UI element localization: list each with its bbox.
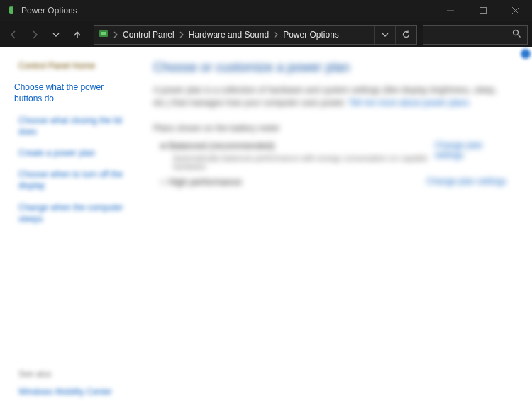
plan-highperf-change-link[interactable]: Change plan settings xyxy=(426,176,506,186)
sidebar-closing-lid[interactable]: Choose what closing the lid does xyxy=(18,115,128,137)
plan-balanced-radio[interactable]: ● Balanced (recommended) xyxy=(160,140,434,151)
plan-balanced-row: ● Balanced (recommended) Automatically b… xyxy=(160,140,506,171)
svg-rect-3 xyxy=(480,8,487,14)
svg-rect-6 xyxy=(99,30,108,37)
chevron-right-icon xyxy=(179,31,184,38)
help-icon[interactable] xyxy=(521,49,531,59)
chevron-right-icon xyxy=(273,31,279,38)
refresh-button[interactable] xyxy=(395,26,416,44)
sidebar-mobility-center[interactable]: Windows Mobility Center xyxy=(18,386,128,397)
minimize-button[interactable] xyxy=(434,0,467,21)
desc-learn-more-link[interactable]: Tell me more about power plans xyxy=(348,98,469,108)
sidebar-control-panel-home[interactable]: Control Panel Home xyxy=(18,60,128,72)
forward-button[interactable] xyxy=(26,26,44,44)
window-controls xyxy=(434,0,532,21)
svg-line-9 xyxy=(518,35,521,38)
address-bar[interactable]: Control Panel Hardware and Sound Power O… xyxy=(94,25,417,45)
svg-rect-1 xyxy=(11,6,13,7)
app-icon xyxy=(6,5,17,16)
back-button[interactable] xyxy=(4,26,23,44)
sidebar-create-power-plan[interactable]: Create a power plan xyxy=(18,147,128,159)
breadcrumb-hardware-sound[interactable]: Hardware and Sound xyxy=(189,30,269,40)
main-heading: Choose or customize a power plan xyxy=(153,60,514,75)
plan-highperf-row: ○ High performance Change plan settings xyxy=(160,176,506,187)
plan-balanced-sub: Automatically balances performance with … xyxy=(173,154,434,171)
window-title: Power Options xyxy=(21,6,434,16)
main-description: A power plan is a collection of hardware… xyxy=(153,84,514,109)
section-label: Plans shown on the battery meter xyxy=(153,123,514,133)
sidebar-turn-off-display[interactable]: Choose when to turn off the display xyxy=(18,169,128,191)
chevron-right-icon xyxy=(113,31,118,38)
titlebar: Power Options xyxy=(0,0,532,21)
recent-locations-button[interactable] xyxy=(47,26,65,44)
content: Control Panel Home Choose what the power… xyxy=(0,47,532,401)
breadcrumb-control-panel[interactable]: Control Panel xyxy=(123,30,174,40)
sidebar: Control Panel Home Choose what the power… xyxy=(0,47,140,401)
address-root-icon xyxy=(99,28,109,40)
svg-line-5 xyxy=(512,7,519,14)
svg-rect-7 xyxy=(101,32,106,35)
plan-balanced-change-link[interactable]: Change plan settings xyxy=(434,140,506,160)
main-panel: Choose or customize a power plan A power… xyxy=(140,47,532,401)
search-icon xyxy=(512,28,521,41)
address-dropdown-button[interactable] xyxy=(374,26,395,44)
up-button[interactable] xyxy=(68,26,87,44)
svg-line-4 xyxy=(512,7,519,14)
maximize-button[interactable] xyxy=(467,0,499,21)
nav-row: Control Panel Hardware and Sound Power O… xyxy=(0,21,532,47)
close-button[interactable] xyxy=(499,0,532,21)
plan-highperf-radio[interactable]: ○ High performance xyxy=(160,176,242,187)
search-input[interactable] xyxy=(423,25,528,45)
sidebar-see-also-heading: See also xyxy=(18,369,128,379)
sidebar-computer-sleeps[interactable]: Change when the computer sleeps xyxy=(18,202,128,225)
svg-rect-0 xyxy=(9,6,13,14)
breadcrumb-power-options[interactable]: Power Options xyxy=(283,30,339,40)
svg-point-8 xyxy=(514,30,519,35)
sidebar-choose-power-buttons[interactable]: Choose what the power buttons do xyxy=(14,81,128,104)
